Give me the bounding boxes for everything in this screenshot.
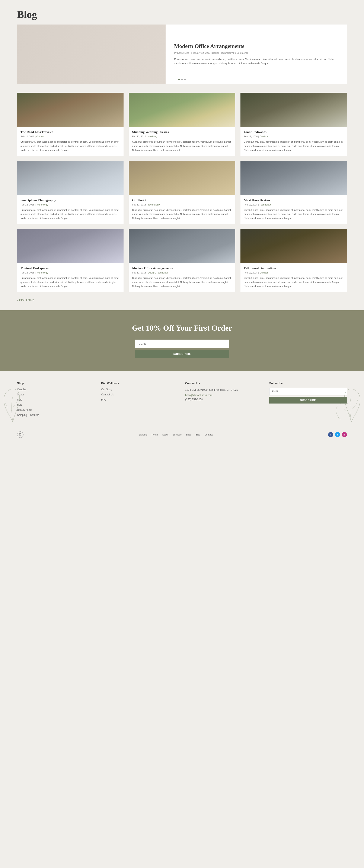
slider-dots [178, 79, 186, 80]
card-meta-9: Feb 12, 2018 | Outdoor [244, 271, 343, 274]
divi-link[interactable]: Our Story [101, 388, 112, 391]
slider-dot-3[interactable] [184, 79, 186, 80]
list-item: Contact Us [101, 393, 179, 396]
card-title-5[interactable]: On The Go [132, 198, 232, 202]
footer-nav-item[interactable]: Services [173, 433, 181, 436]
list-item: FAQ [101, 398, 179, 401]
card-image-7 [17, 229, 123, 263]
blog-card-3: Giant Redwoods Feb 12, 2018 | Outdoor Cu… [241, 93, 347, 156]
footer-email: hello@diviwellness.com [185, 394, 263, 397]
footer-col-contact: Contact Us 1234 Divi St. #1000, San Fran… [185, 381, 263, 418]
blog-card-8: Modern Office Arrangements Feb 12, 2018 … [129, 229, 235, 292]
list-item: Spa [17, 403, 95, 406]
instagram-icon[interactable]: in [342, 432, 347, 437]
card-text-7: Curabitur arcu erat, accumsan id imperdi… [21, 276, 120, 289]
cta-heading: Get 10% Off Your First Order [17, 323, 347, 333]
blog-header: Blog [0, 0, 364, 25]
card-meta-6: Feb 12, 2018 | Technology [244, 204, 343, 206]
card-text-8: Curabitur arcu erat, accumsan id imperdi… [132, 276, 232, 289]
featured-slider: Modern Office Arrangements by Kenny Sing… [17, 25, 347, 84]
cta-subscribe-button[interactable]: SUBSCRIBE [135, 350, 229, 358]
card-image-5 [129, 161, 235, 195]
footer-bottom: D LandingHomeAboutServicesShopBlogContac… [17, 427, 347, 438]
card-meta-3: Feb 12, 2018 | Outdoor [244, 135, 343, 138]
slider-dot-2[interactable] [181, 79, 183, 80]
footer: Shop CandlesSoapsSaleSpaBeauty ItemsShip… [0, 371, 364, 444]
footer-nav: LandingHomeAboutServicesShopBlogContact [139, 433, 213, 436]
card-image-9 [241, 229, 347, 263]
blog-card-2: Stunning Wedding Dresses Feb 12, 2018 | … [129, 93, 235, 156]
footer-col-shop: Shop CandlesSoapsSaleSpaBeauty ItemsShip… [17, 381, 95, 418]
card-meta-8: Feb 12, 2018 | Design, Technology [132, 271, 232, 274]
facebook-icon[interactable]: f [328, 432, 333, 437]
card-image-3 [241, 93, 347, 127]
footer-address: 1234 Divi St. #1000, San Francisco, CA 9… [185, 388, 263, 392]
list-item: Our Story [101, 388, 179, 391]
card-text-3: Curabitur arcu erat, accumsan id imperdi… [244, 140, 343, 152]
card-title-1[interactable]: The Road Less Traveled [21, 130, 120, 134]
card-image-2 [129, 93, 235, 127]
card-text-5: Curabitur arcu erat, accumsan id imperdi… [132, 208, 232, 221]
card-meta-4: Feb 12, 2018 | Technology [21, 204, 120, 206]
card-body-7: Minimal Deskspaces Feb 12, 2018 | Techno… [17, 263, 123, 292]
footer-shop-list: CandlesSoapsSaleSpaBeauty ItemsShipping … [17, 388, 95, 417]
cta-email-input[interactable] [135, 340, 229, 348]
card-image-4 [17, 161, 123, 195]
blog-card-1: The Road Less Traveled Feb 12, 2018 | Ou… [17, 93, 123, 156]
card-text-4: Curabitur arcu erat, accumsan id imperdi… [21, 208, 120, 221]
footer-leaf-left-decoration [0, 384, 26, 427]
card-title-7[interactable]: Minimal Deskspaces [21, 267, 120, 270]
blog-card-5: On The Go Feb 12, 2018 | Technology Cura… [129, 161, 235, 224]
footer-shop-heading: Shop [17, 381, 95, 385]
list-item: Shipping & Returns [17, 413, 95, 417]
list-item: Soaps [17, 393, 95, 396]
footer-nav-item[interactable]: Landing [139, 433, 147, 436]
list-item: Sale [17, 398, 95, 401]
footer-contact-heading: Contact Us [185, 381, 263, 385]
list-item: Candles [17, 388, 95, 391]
social-icons: f t in [328, 432, 347, 437]
featured-text: Curabitur arcu erat, accumsan id imperdi… [174, 57, 338, 66]
card-title-3[interactable]: Giant Redwoods [244, 130, 343, 134]
card-title-2[interactable]: Stunning Wedding Dresses [132, 130, 232, 134]
twitter-icon[interactable]: t [335, 432, 340, 437]
card-title-4[interactable]: Smartphone Photography [21, 198, 120, 202]
footer-divi-list: Our StoryContact UsFAQ [101, 388, 179, 401]
blog-card-9: Fall Travel Destinations Feb 12, 2018 | … [241, 229, 347, 292]
card-body-1: The Road Less Traveled Feb 12, 2018 | Ou… [17, 127, 123, 156]
older-entries-link[interactable]: « Older Entries [17, 299, 34, 302]
footer-nav-item[interactable]: Home [152, 433, 158, 436]
footer-nav-item[interactable]: Contact [205, 433, 213, 436]
page-title: Blog [17, 8, 347, 20]
featured-slider-image [17, 25, 166, 84]
footer-nav-item[interactable]: About [162, 433, 168, 436]
card-meta-5: Feb 12, 2018 | Technology [132, 204, 232, 206]
card-meta-2: Feb 12, 2018 | Wedding [132, 135, 232, 138]
card-image-6 [241, 161, 347, 195]
card-body-3: Giant Redwoods Feb 12, 2018 | Outdoor Cu… [241, 127, 347, 156]
card-title-8[interactable]: Modern Office Arrangements [132, 267, 232, 270]
footer-phone: (255) 352-6258 [185, 398, 263, 401]
divi-link[interactable]: Contact Us [101, 393, 114, 396]
card-text-2: Curabitur arcu erat, accumsan id imperdi… [132, 140, 232, 152]
footer-nav-item[interactable]: Shop [186, 433, 191, 436]
footer-grid: Shop CandlesSoapsSaleSpaBeauty ItemsShip… [17, 381, 347, 418]
card-meta-1: Feb 12, 2018 | Outdoor [21, 135, 120, 138]
card-body-5: On The Go Feb 12, 2018 | Technology Cura… [129, 195, 235, 224]
card-text-6: Curabitur arcu erat, accumsan id imperdi… [244, 208, 343, 221]
card-body-6: Must Have Devices Feb 12, 2018 | Technol… [241, 195, 347, 224]
slider-dot-1[interactable] [178, 79, 180, 80]
card-body-8: Modern Office Arrangements Feb 12, 2018 … [129, 263, 235, 292]
footer-logo: D [17, 431, 24, 438]
pagination: « Older Entries [0, 296, 364, 310]
card-body-9: Fall Travel Destinations Feb 12, 2018 | … [241, 263, 347, 292]
list-item: Beauty Items [17, 408, 95, 412]
card-title-9[interactable]: Fall Travel Destinations [244, 267, 343, 270]
card-title-6[interactable]: Must Have Devices [244, 198, 343, 202]
blog-card-4: Smartphone Photography Feb 12, 2018 | Te… [17, 161, 123, 224]
footer-col-divi: Divi Wellness Our StoryContact UsFAQ [101, 381, 179, 418]
featured-meta: by Kenny Sing | February 12, 2018 | Desi… [174, 52, 338, 54]
divi-link[interactable]: FAQ [101, 398, 106, 401]
card-image-1 [17, 93, 123, 127]
footer-nav-item[interactable]: Blog [196, 433, 200, 436]
